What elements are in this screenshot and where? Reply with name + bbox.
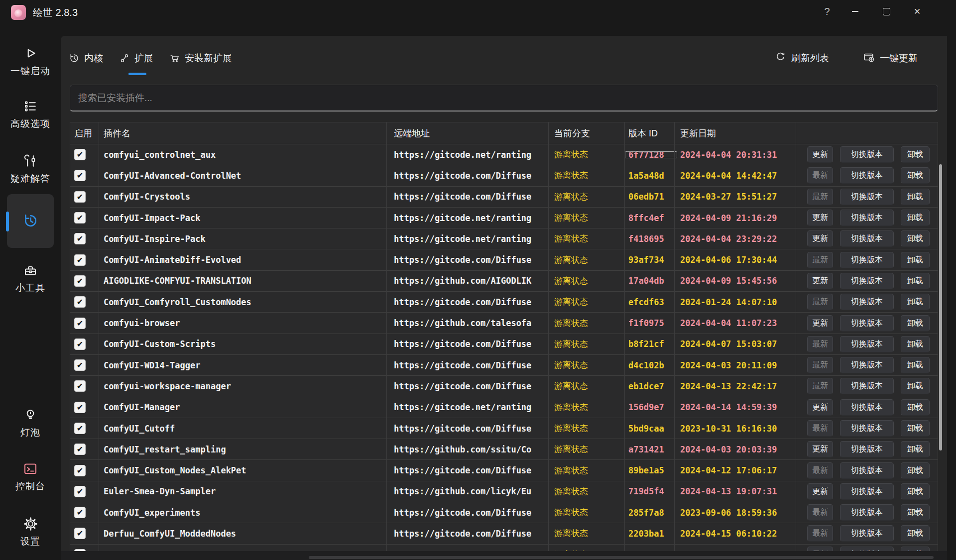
- update-button[interactable]: 最新: [807, 504, 833, 521]
- uninstall-button[interactable]: 卸载: [901, 378, 930, 394]
- table-row[interactable]: ✔ ComfyUI-Custom-Scripts https://gitcode…: [70, 334, 938, 355]
- sidebar-item-settings[interactable]: 设置: [0, 516, 61, 548]
- plugin-enabled-checkbox[interactable]: ✔: [74, 191, 86, 203]
- plugin-enabled-checkbox[interactable]: ✔: [74, 507, 86, 518]
- uninstall-button[interactable]: 卸载: [901, 252, 930, 268]
- switch-version-button[interactable]: 切换版本: [840, 399, 894, 416]
- update-button[interactable]: 更新: [807, 483, 833, 500]
- update-button[interactable]: 最新: [807, 462, 833, 479]
- update-button[interactable]: 更新: [807, 399, 833, 416]
- help-button[interactable]: ?: [816, 1, 838, 22]
- table-row[interactable]: ✔ ComfyUI-Inspire-Pack https://gitcode.n…: [70, 228, 938, 249]
- table-row[interactable]: ✔ comfyui_controlnet_aux https://gitcode…: [70, 144, 938, 165]
- table-row[interactable]: ✔ ComfyUI-Manager https://gitcode.net/ra…: [70, 397, 938, 418]
- plugin-enabled-checkbox[interactable]: ✔: [74, 528, 86, 539]
- uninstall-button[interactable]: 卸载: [901, 525, 930, 542]
- search-input[interactable]: [70, 85, 938, 112]
- switch-version-button[interactable]: 切换版本: [840, 462, 894, 479]
- update-button[interactable]: 更新: [807, 441, 833, 457]
- uninstall-button[interactable]: 卸载: [901, 504, 930, 521]
- uninstall-button[interactable]: 卸载: [901, 547, 930, 551]
- table-row[interactable]: ✔ Derfuu_ComfyUI_ModdedNodes https://git…: [70, 523, 938, 544]
- update-button[interactable]: 更新: [807, 315, 833, 332]
- switch-version-button[interactable]: 切换版本: [840, 547, 894, 551]
- sidebar-item-troubleshoot[interactable]: 疑难解答: [0, 153, 61, 185]
- uninstall-button[interactable]: 卸载: [901, 167, 930, 184]
- close-button[interactable]: ✕: [906, 1, 929, 22]
- uninstall-button[interactable]: 卸载: [901, 462, 930, 479]
- update-button[interactable]: 最新: [807, 294, 833, 310]
- uninstall-button[interactable]: 卸载: [901, 315, 930, 332]
- plugin-enabled-checkbox[interactable]: ✔: [74, 486, 86, 497]
- table-row[interactable]: ✔ ComfyUI_Comfyroll_CustomNodes https://…: [70, 292, 938, 313]
- switch-version-button[interactable]: 切换版本: [840, 441, 894, 457]
- switch-version-button[interactable]: 切换版本: [840, 146, 894, 163]
- tab-kernel[interactable]: 内核: [69, 52, 103, 65]
- plugin-enabled-checkbox[interactable]: ✔: [74, 402, 86, 413]
- update-button[interactable]: 更新: [807, 146, 833, 163]
- plugin-enabled-checkbox[interactable]: ✔: [74, 359, 86, 371]
- table-row[interactable]: ✔ ComfyUI-AnimateDiff-Evolved https://gi…: [70, 249, 938, 270]
- switch-version-button[interactable]: 切换版本: [840, 315, 894, 332]
- plugin-enabled-checkbox[interactable]: ✔: [74, 212, 86, 224]
- plugin-enabled-checkbox[interactable]: ✔: [74, 423, 86, 434]
- uninstall-button[interactable]: 卸载: [901, 336, 930, 352]
- maximize-button[interactable]: [875, 1, 898, 22]
- switch-version-button[interactable]: 切换版本: [840, 210, 894, 226]
- update-button[interactable]: 最新: [807, 357, 833, 373]
- switch-version-button[interactable]: 切换版本: [840, 294, 894, 310]
- switch-version-button[interactable]: 切换版本: [840, 504, 894, 521]
- plugin-enabled-checkbox[interactable]: ✔: [74, 380, 86, 392]
- update-button[interactable]: 最新: [807, 547, 833, 551]
- plugin-enabled-checkbox[interactable]: ✔: [74, 318, 86, 329]
- uninstall-button[interactable]: 卸载: [901, 210, 930, 226]
- update-button[interactable]: 最新: [807, 378, 833, 394]
- table-row[interactable]: ✔ ComfyUI_restart_sampling https://githu…: [70, 439, 938, 460]
- uninstall-button[interactable]: 卸载: [901, 357, 930, 373]
- table-row[interactable]: ✔ Euler-Smea-Dyn-Sampler https://github.…: [70, 481, 938, 502]
- switch-version-button[interactable]: 切换版本: [840, 378, 894, 394]
- plugin-enabled-checkbox[interactable]: ✔: [74, 275, 86, 287]
- tab-extensions[interactable]: 扩展: [119, 52, 153, 65]
- tab-install-new-extension[interactable]: 安装新扩展: [169, 52, 232, 65]
- update-button[interactable]: 最新: [807, 336, 833, 352]
- plugin-enabled-checkbox[interactable]: ✔: [74, 296, 86, 308]
- switch-version-button[interactable]: 切换版本: [840, 336, 894, 352]
- table-row[interactable]: ✔ ComfyUI-WD14-Tagger https://gitcode.co…: [70, 355, 938, 376]
- plugin-enabled-checkbox[interactable]: ✔: [74, 149, 86, 160]
- update-button[interactable]: 最新: [807, 167, 833, 184]
- sidebar-item-version-management[interactable]: [7, 194, 54, 248]
- uninstall-button[interactable]: 卸载: [901, 146, 930, 163]
- table-row[interactable]: ✔ ComfyUI_experiments https://gitcode.co…: [70, 502, 938, 523]
- switch-version-button[interactable]: 切换版本: [840, 230, 894, 247]
- switch-version-button[interactable]: 切换版本: [840, 167, 894, 184]
- update-button[interactable]: 最新: [807, 525, 833, 542]
- uninstall-button[interactable]: 卸载: [901, 399, 930, 416]
- table-row[interactable]: ✔ ComfyUI_Cutoff https://gitcode.com/Dif…: [70, 418, 938, 439]
- uninstall-button[interactable]: 卸载: [901, 230, 930, 247]
- uninstall-button[interactable]: 卸载: [901, 441, 930, 457]
- update-all-button[interactable]: 一键更新: [863, 47, 918, 70]
- switch-version-button[interactable]: 切换版本: [840, 420, 894, 437]
- table-row[interactable]: ✔ comfyui-workspace-manager https://gitc…: [70, 376, 938, 397]
- table-row[interactable]: ✔ comfyui-browser https://github.com/tal…: [70, 313, 938, 334]
- uninstall-button[interactable]: 卸载: [901, 294, 930, 310]
- plugin-enabled-checkbox[interactable]: ✔: [74, 338, 86, 350]
- plugin-enabled-checkbox[interactable]: ✔: [74, 254, 86, 266]
- refresh-list-button[interactable]: 刷新列表: [775, 47, 829, 70]
- table-row[interactable]: ✔ ComfyUI-Crystools https://gitcode.com/…: [70, 187, 938, 208]
- plugin-enabled-checkbox[interactable]: ✔: [74, 444, 86, 455]
- plugin-enabled-checkbox[interactable]: ✔: [74, 170, 86, 181]
- uninstall-button[interactable]: 卸载: [901, 483, 930, 500]
- update-button[interactable]: 更新: [807, 273, 833, 289]
- update-button[interactable]: 更新: [807, 210, 833, 226]
- update-button[interactable]: 最新: [807, 420, 833, 437]
- sidebar-item-bulb[interactable]: 灯泡: [0, 407, 61, 439]
- table-row[interactable]: ✔ ComfyUI_Custom_Nodes_AlekPet https://g…: [70, 460, 938, 481]
- table-row[interactable]: ✔ ComfyUI-Advanced-ControlNet https://gi…: [70, 165, 938, 186]
- table-row[interactable]: ✔ 游离状态 最新 切换版本 卸载: [70, 545, 938, 551]
- table-row[interactable]: ✔ ComfyUI-Impact-Pack https://gitcode.ne…: [70, 208, 938, 228]
- plugin-enabled-checkbox[interactable]: ✔: [74, 465, 86, 476]
- sidebar-item-launch[interactable]: 一键启动: [0, 45, 61, 78]
- uninstall-button[interactable]: 卸载: [901, 420, 930, 437]
